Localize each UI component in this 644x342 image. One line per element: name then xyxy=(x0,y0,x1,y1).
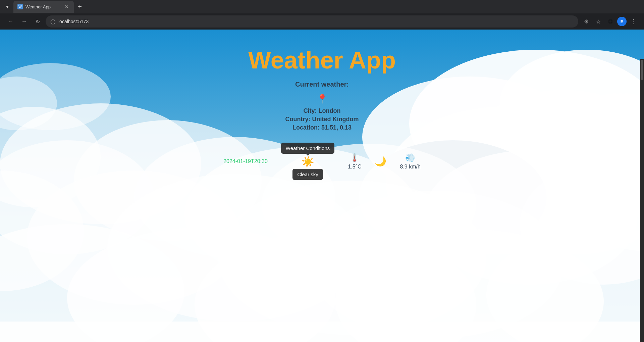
location-pin-icon: 📍 xyxy=(316,94,328,105)
country-line: Country: United Kingdom xyxy=(285,116,359,123)
nav-actions: ☀ ☆ □ E ⋮ xyxy=(581,16,639,27)
address-security-icon: ◯ xyxy=(50,19,56,24)
active-tab[interactable]: W Weather App ✕ xyxy=(13,1,74,13)
country-label: Country: xyxy=(285,116,311,123)
current-weather-label: Current weather: xyxy=(295,81,349,88)
tab-title: Weather App xyxy=(25,4,61,9)
tab-favicon: W xyxy=(17,4,23,9)
moon-icon: 🌙 xyxy=(375,156,386,167)
back-button[interactable]: ← xyxy=(5,16,16,27)
weather-conditions-tooltip: Weather Conditions xyxy=(281,143,334,154)
datetime: 2024-01-19T20:30 xyxy=(223,158,268,164)
weather-content: Weather App Current weather: 📍 City: Lon… xyxy=(0,30,644,180)
extensions-button[interactable]: □ xyxy=(605,16,616,27)
forward-button[interactable]: → xyxy=(19,16,30,27)
city-value: London xyxy=(319,107,341,114)
weather-app-page: Weather App Current weather: 📍 City: Lon… xyxy=(0,30,644,342)
profile-button[interactable]: E xyxy=(617,17,627,26)
location-label: Location: xyxy=(292,124,320,131)
menu-button[interactable]: ⋮ xyxy=(628,16,639,27)
country-value: United Kingdom xyxy=(312,116,359,123)
location-value: 51.51, 0.13 xyxy=(321,124,352,131)
refresh-button[interactable]: ↻ xyxy=(32,16,43,27)
svg-rect-30 xyxy=(0,322,644,342)
tab-dropdown-button[interactable]: ▼ xyxy=(3,2,12,11)
thermometer-icon: 🌡️ xyxy=(350,153,360,162)
clear-sky-tooltip: Clear sky xyxy=(292,169,323,180)
wind-card: 💨 8.9 km/h xyxy=(400,153,420,170)
location-button[interactable]: ☀ xyxy=(581,16,592,27)
sun-icon: ☀️ xyxy=(302,156,314,167)
city-label: City: xyxy=(304,107,317,114)
temperature-value: 1.5°C xyxy=(348,164,361,170)
moon-card: 🌙 xyxy=(375,156,386,167)
app-title: Weather App xyxy=(248,46,396,74)
address-input[interactable] xyxy=(58,19,574,24)
tab-bar: ▼ W Weather App ✕ + xyxy=(0,0,644,13)
address-bar: ◯ xyxy=(46,15,578,28)
bookmark-button[interactable]: ☆ xyxy=(593,16,604,27)
weather-conditions-container: Weather Conditions ☀️ Clear sky xyxy=(281,143,334,180)
location-line: Location: 51.51, 0.13 xyxy=(292,124,352,131)
temperature-card: 🌡️ 1.5°C xyxy=(348,153,361,170)
browser-chrome: ▼ W Weather App ✕ + ← → ↻ ◯ ☀ ☆ □ E ⋮ xyxy=(0,0,644,30)
tab-close-button[interactable]: ✕ xyxy=(64,4,70,10)
weather-row: 2024-01-19T20:30 Weather Conditions ☀️ C… xyxy=(223,143,421,180)
city-line: City: London xyxy=(304,107,341,114)
nav-bar: ← → ↻ ◯ ☀ ☆ □ E ⋮ xyxy=(0,13,644,30)
wind-icon: 💨 xyxy=(405,153,415,162)
wind-speed-value: 8.9 km/h xyxy=(400,164,420,170)
new-tab-button[interactable]: + xyxy=(75,2,85,11)
